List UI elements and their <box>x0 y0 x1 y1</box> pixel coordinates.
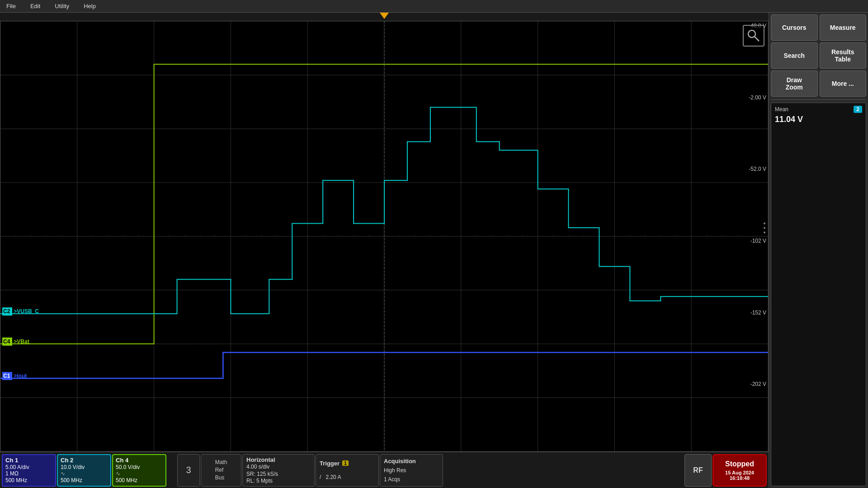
num3-block[interactable]: 3 <box>177 454 200 487</box>
stopped-time: 16:18:48 <box>730 475 750 481</box>
rf-block[interactable]: RF <box>684 454 712 487</box>
rp-divider <box>771 99 866 100</box>
ch4-icon: ∿ <box>116 470 163 477</box>
search-button[interactable]: Search <box>771 42 818 69</box>
acquisition-title: Acquisition <box>384 458 439 465</box>
meas-value: 11.04 V <box>775 115 862 124</box>
math-ref-bus-block[interactable]: Math Ref Bus <box>201 454 241 487</box>
ch1-block[interactable]: Ch 1 5.00 A/div 1 MΩ 500 MHz <box>2 454 56 487</box>
right-panel: Cursors Measure Search Results Table Dra… <box>769 13 868 488</box>
menu-edit[interactable]: Edit <box>28 2 43 10</box>
meas-channel-badge: 2 <box>854 106 862 113</box>
more-button[interactable]: More ... <box>820 70 867 97</box>
svg-line-1 <box>755 37 759 41</box>
status-bar: Ch 1 5.00 A/div 1 MΩ 500 MHz Ch 2 10.0 V… <box>0 452 769 488</box>
ch2-title: Ch 2 <box>61 457 108 464</box>
horizontal-rl: RL: 5 Mpts <box>246 478 311 484</box>
main-content: Ch 1 5.00 A/div 1 MΩ 500 MHz Ch 2 10.0 V… <box>0 13 868 488</box>
ch1-scale: 5.00 A/div <box>5 464 52 470</box>
rf-label: RF <box>693 466 703 474</box>
rp-row-3: Draw Zoom More ... <box>771 70 866 97</box>
cursors-button[interactable]: Cursors <box>771 14 818 41</box>
horizontal-block[interactable]: Horizontal 4.00 s/div SR: 125 kS/s RL: 5… <box>242 454 315 487</box>
ch4-title: Ch 4 <box>116 457 163 464</box>
measure-button[interactable]: Measure <box>820 14 867 41</box>
horizontal-sr: SR: 125 kS/s <box>246 471 311 477</box>
menu-file[interactable]: File <box>4 2 19 10</box>
draw-zoom-button[interactable]: Draw Zoom <box>771 70 818 97</box>
ch2-block[interactable]: Ch 2 10.0 V/div ∿ 500 MHz <box>57 454 111 487</box>
trigger-slope-level: / 2.20 A <box>320 474 375 480</box>
ch4-bandwidth: 500 MHz <box>116 477 163 483</box>
waveform-canvas <box>0 21 768 451</box>
acquisition-block[interactable]: Acquisition High Res 1 Acqs <box>380 454 443 487</box>
horizontal-scale: 4.00 s/div <box>246 464 311 470</box>
acquisition-acqs: 1 Acqs <box>384 476 439 483</box>
magnifier-icon <box>746 28 761 43</box>
ch4-scale: 50.0 V/div <box>116 464 163 470</box>
waveform-container[interactable] <box>0 21 769 452</box>
ch1-bandwidth: 500 MHz <box>5 477 52 483</box>
trigger-block[interactable]: Trigger 1 / 2.20 A <box>316 454 379 487</box>
math-ref-bus-label: Math Ref Bus <box>215 459 227 481</box>
rp-row-1: Cursors Measure <box>771 14 866 41</box>
meas-header: Mean 2 <box>775 106 862 113</box>
acquisition-mode: High Res <box>384 467 439 474</box>
ch2-icon: ∿ <box>61 470 108 477</box>
results-table-button[interactable]: Results Table <box>820 42 867 69</box>
rp-row-2: Search Results Table <box>771 42 866 69</box>
measurement-display: Mean 2 11.04 V <box>771 103 866 486</box>
oscilloscope-area: Ch 1 5.00 A/div 1 MΩ 500 MHz Ch 2 10.0 V… <box>0 13 769 488</box>
ch1-title: Ch 1 <box>5 457 52 464</box>
ch2-scale: 10.0 V/div <box>61 464 108 470</box>
trigger-badge: 1 <box>342 460 349 466</box>
svg-point-0 <box>748 30 755 38</box>
menu-help[interactable]: Help <box>81 2 99 10</box>
search-icon-overlay[interactable] <box>743 25 764 47</box>
ch4-block[interactable]: Ch 4 50.0 V/div ∿ 500 MHz <box>112 454 166 487</box>
meas-title: Mean <box>775 106 788 113</box>
menu-bar: File Edit Utility Help <box>0 0 868 13</box>
stopped-date: 15 Aug 2024 <box>725 470 754 475</box>
horizontal-title: Horizontal <box>246 456 311 463</box>
stopped-block[interactable]: Stopped 15 Aug 2024 16:18:48 <box>712 454 767 487</box>
trigger-bar <box>0 13 769 21</box>
menu-utility[interactable]: Utility <box>52 2 72 10</box>
num3-label: 3 <box>186 465 191 475</box>
ch2-bandwidth: 500 MHz <box>61 477 108 483</box>
stopped-label: Stopped <box>725 460 754 468</box>
trigger-marker <box>380 13 389 19</box>
ch1-impedance: 1 MΩ <box>5 470 52 477</box>
trigger-title: Trigger 1 <box>320 460 375 467</box>
